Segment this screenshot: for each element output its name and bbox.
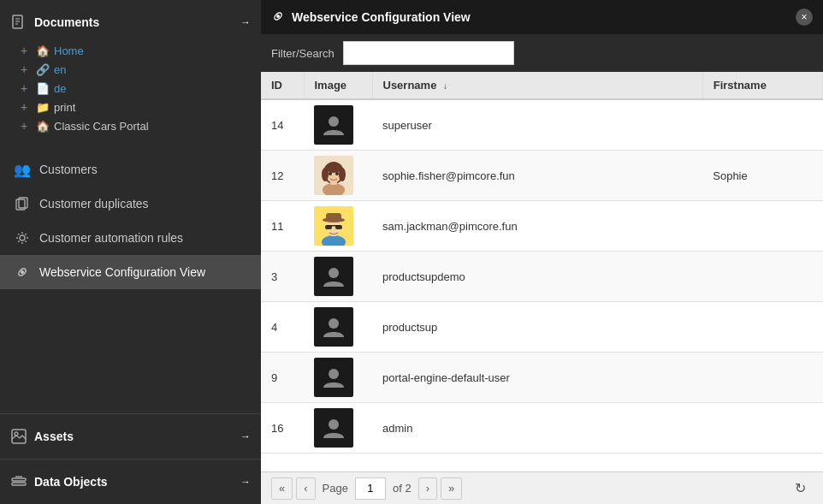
table-row[interactable]: 11 <box>261 201 823 252</box>
table-row[interactable]: 16 admin <box>261 403 823 454</box>
sidebar-nav: 👥 Customers Customer duplicates Customer… <box>0 152 261 289</box>
sidebar-bottom: Assets → Data Objects → <box>0 413 261 504</box>
link-icon-en: 🔗 <box>36 63 50 76</box>
last-page-button[interactable]: » <box>441 477 462 500</box>
webservice-icon <box>14 264 31 281</box>
automation-label: Customer automation rules <box>39 231 183 245</box>
svg-point-25 <box>335 172 339 175</box>
cell-username: productsupdemo <box>372 252 702 302</box>
tree-item-home[interactable]: + 🏠 Home <box>14 41 261 60</box>
assets-label: Assets <box>34 430 74 443</box>
cell-id: 3 <box>261 252 304 302</box>
avatar-sam <box>314 206 353 246</box>
de-label: de <box>54 82 66 95</box>
tree-item-de[interactable]: + 📄 de <box>14 79 261 98</box>
nav-item-webservice[interactable]: Webservice Configuration View <box>0 255 261 289</box>
svg-point-17 <box>323 183 345 195</box>
table-row[interactable]: 9 portal-engine-default-user <box>261 353 823 403</box>
main-content: Webservice Configuration View × Filter/S… <box>261 0 823 504</box>
svg-point-26 <box>322 235 346 246</box>
doc-icon-de: 📄 <box>36 82 50 95</box>
table-row[interactable]: 3 productsupdemo <box>261 252 823 302</box>
refresh-button[interactable]: ↻ <box>788 477 813 500</box>
table-row[interactable]: 4 productsup <box>261 302 823 353</box>
svg-rect-33 <box>335 225 342 229</box>
cell-firstname: Sophie <box>702 151 822 201</box>
svg-point-16 <box>329 116 339 127</box>
cell-image <box>304 353 372 403</box>
table-row[interactable]: 12 <box>261 151 823 201</box>
svg-point-35 <box>329 318 339 329</box>
webservice-panel: Webservice Configuration View × Filter/S… <box>261 0 823 504</box>
cell-username: sophie.fisher@pimcore.fun <box>372 151 702 201</box>
svg-point-15 <box>276 15 280 18</box>
assets-section: Assets → <box>0 413 261 459</box>
cell-id: 12 <box>261 151 304 201</box>
cell-id: 11 <box>261 201 304 252</box>
table-wrapper: ID Image Username ↓ Firstname 14 su <box>261 72 823 471</box>
cell-image <box>304 201 372 252</box>
assets-header[interactable]: Assets → <box>0 421 261 452</box>
cell-firstname <box>702 353 822 403</box>
cell-firstname <box>702 403 822 454</box>
plus-icon-en: + <box>21 62 33 76</box>
table-row[interactable]: 14 superuser <box>261 99 823 151</box>
documents-header[interactable]: Documents → <box>0 7 261 38</box>
cell-id: 16 <box>261 403 304 454</box>
filter-input[interactable] <box>343 41 514 65</box>
of-label: of 2 <box>393 482 412 495</box>
avatar-person <box>314 105 353 145</box>
cell-username: superuser <box>372 99 702 151</box>
documents-arrow: → <box>240 16 251 28</box>
panel-header: Webservice Configuration View × <box>261 0 823 34</box>
cell-id: 9 <box>261 353 304 403</box>
cell-image <box>304 151 372 201</box>
cell-id: 14 <box>261 99 304 151</box>
avatar-person <box>314 257 353 296</box>
page-input[interactable] <box>355 477 386 500</box>
folder-icon-print: 📁 <box>36 101 50 114</box>
home-label: Home <box>54 44 84 57</box>
svg-rect-12 <box>12 483 26 485</box>
assets-icon <box>10 428 27 445</box>
cell-firstname <box>702 252 822 302</box>
cell-image <box>304 252 372 302</box>
panel-title: Webservice Configuration View <box>292 10 471 24</box>
table-header-row: ID Image Username ↓ Firstname <box>261 72 823 99</box>
svg-rect-11 <box>12 478 26 481</box>
cell-image <box>304 99 372 151</box>
next-page-button[interactable]: › <box>418 477 437 500</box>
tree-item-classic-cars[interactable]: + 🏠 Classic Cars Portal <box>14 116 261 135</box>
plus-icon-de: + <box>21 81 33 95</box>
customers-label: Customers <box>39 163 98 176</box>
prev-page-button[interactable]: ‹ <box>296 477 315 500</box>
col-username[interactable]: Username ↓ <box>372 72 702 99</box>
tree-item-en[interactable]: + 🔗 en <box>14 60 261 79</box>
tree-item-print[interactable]: + 📁 print <box>14 98 261 116</box>
cell-firstname <box>702 201 822 252</box>
avatar-person <box>314 358 353 397</box>
avatar-person <box>314 307 353 347</box>
assets-arrow: → <box>240 430 251 442</box>
cell-id: 4 <box>261 302 304 353</box>
avatar-sophie <box>314 156 353 195</box>
cell-username: portal-engine-default-user <box>372 353 702 403</box>
nav-item-customers[interactable]: 👥 Customers <box>0 152 261 187</box>
svg-point-6 <box>20 235 25 240</box>
nav-item-customer-duplicates[interactable]: Customer duplicates <box>0 187 261 221</box>
avatar-person <box>314 408 353 448</box>
automation-icon <box>14 229 31 246</box>
sort-icon: ↓ <box>443 81 447 91</box>
home-icon: 🏠 <box>36 44 50 57</box>
cell-firstname <box>702 302 822 353</box>
nav-item-automation[interactable]: Customer automation rules <box>0 221 261 255</box>
cell-firstname <box>702 99 822 151</box>
documents-label: Documents <box>34 15 99 29</box>
data-objects-header[interactable]: Data Objects → <box>0 466 261 497</box>
home-icon-classic: 🏠 <box>36 120 50 133</box>
first-page-button[interactable]: « <box>271 477 293 500</box>
close-button[interactable]: × <box>796 9 813 26</box>
en-label: en <box>54 63 66 76</box>
sidebar: Documents → + 🏠 Home + 🔗 en + 📄 de + 📁 <box>0 0 261 504</box>
cell-image <box>304 302 372 353</box>
